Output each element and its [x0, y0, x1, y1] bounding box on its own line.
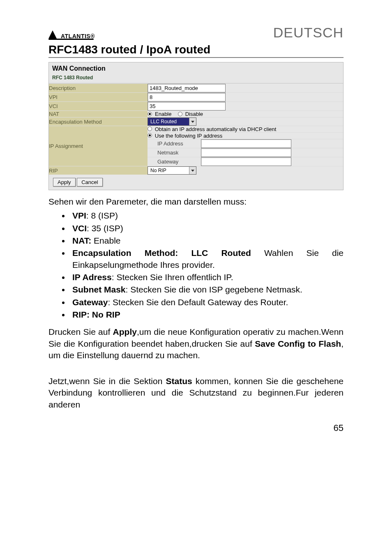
rip-select[interactable]: No RIP: [148, 166, 196, 175]
dropdown-icon: [189, 118, 196, 125]
form-table: Description VPI VCI NAT Enable: [49, 83, 343, 175]
description-input[interactable]: [148, 84, 226, 92]
cancel-button[interactable]: Cancel: [77, 178, 102, 187]
list-item: IP Adress: Stecken Sie Ihren offentlich …: [70, 272, 344, 283]
page-title: RFC1483 routed / IpoA routed: [48, 43, 344, 58]
nat-disable-label: Disable: [185, 111, 203, 117]
netmask-label: Netmask: [148, 148, 201, 157]
panel-subtitle: RFC 1483 Routed: [49, 74, 343, 83]
list-item: Subnet Mask: Stecken Sie die von ISP geg…: [70, 284, 344, 295]
nat-enable-label: Enable: [155, 111, 171, 117]
ip-address-label: IP Address: [148, 139, 201, 148]
ip-auto-label: Obtain an IP address automatically via D…: [155, 126, 277, 132]
ip-address-input[interactable]: [201, 139, 291, 148]
vpi-label: VPI: [49, 93, 148, 102]
nat-radio-group: Enable Disable: [148, 111, 343, 117]
vci-label: VCI: [49, 102, 148, 111]
dropdown-icon: [189, 167, 196, 174]
description-label: Description: [49, 84, 148, 93]
encapsulation-select[interactable]: LLC Routed: [148, 117, 196, 126]
paragraph-apply: Drucken Sie auf Apply,um die neue Konfig…: [48, 326, 344, 361]
body-text: Sehen wir den Paremeter, die man darstel…: [48, 196, 344, 410]
netmask-input[interactable]: [201, 148, 291, 157]
vpi-input[interactable]: [148, 93, 226, 101]
ip-auto-radio[interactable]: [148, 127, 152, 131]
button-row: Apply Cancel: [49, 175, 343, 190]
apply-button[interactable]: Apply: [53, 178, 76, 187]
panel-title: WAN Connection: [49, 62, 343, 74]
brand-registered: ®: [90, 33, 95, 39]
parameter-list: VPI: 8 (ISP) VCI: 35 (ISP) NAT: Enable E…: [70, 210, 344, 320]
ip-assignment-label: IP Assignment: [49, 126, 148, 166]
list-item: RIP: No RIP: [70, 309, 344, 320]
brand-name: ATLANTIS: [61, 33, 90, 39]
list-item: VPI: 8 (ISP): [70, 210, 344, 221]
wan-connection-panel: WAN Connection RFC 1483 Routed Descripti…: [48, 62, 344, 190]
brand-logo: ATLANTIS®: [48, 33, 95, 39]
encapsulation-value: LLC Routed: [148, 118, 189, 125]
list-item: NAT: Enable: [70, 235, 344, 246]
rip-label: RIP: [49, 166, 148, 175]
gateway-input[interactable]: [201, 157, 291, 166]
list-item: VCI: 35 (ISP): [70, 223, 344, 234]
list-item: Gateway: Stecken Sie den Default Gateway…: [70, 297, 344, 308]
paragraph-status: Jetzt,wenn Sie in die Sektion Status kom…: [48, 375, 344, 410]
language-label: DEUTSCH: [273, 25, 344, 41]
nat-disable-radio[interactable]: [178, 112, 182, 116]
intro-text: Sehen wir den Paremeter, die man darstel…: [48, 196, 344, 207]
ip-assignment-table: Obtain an IP address automatically via D…: [148, 126, 343, 166]
nat-enable-radio[interactable]: [148, 112, 152, 116]
rip-value: No RIP: [148, 167, 189, 174]
gateway-label: Gateway: [148, 157, 201, 166]
ip-manual-label: Use the following IP address: [155, 133, 223, 139]
encapsulation-label: Encapsulation Method: [49, 117, 148, 126]
brand-block: ATLANTIS®: [48, 33, 95, 41]
list-item: Encapsulation Method: LLC Routed Wahlen …: [70, 247, 344, 271]
page-number: 65: [48, 423, 344, 433]
page-header: ATLANTIS® DEUTSCH: [48, 25, 344, 41]
ip-manual-radio[interactable]: [148, 133, 152, 138]
vci-input[interactable]: [148, 102, 226, 111]
nat-label: NAT: [49, 111, 148, 117]
